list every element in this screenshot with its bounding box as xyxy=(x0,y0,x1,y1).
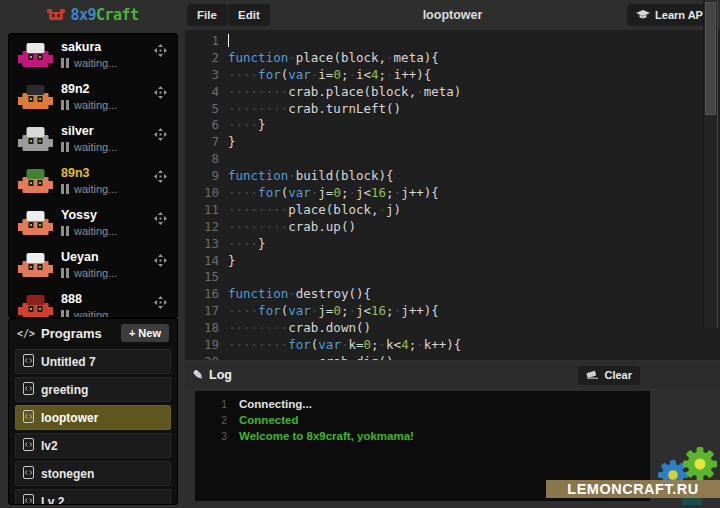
code-line: 14} xyxy=(185,253,720,270)
log-message: Connected xyxy=(239,412,298,428)
crab-avatar xyxy=(18,168,53,199)
code-text: ············crab.dig() xyxy=(228,354,394,360)
editor-scrollbar-thumb[interactable] xyxy=(705,2,716,115)
line-number: 17 xyxy=(185,303,228,320)
program-item[interactable]: l v 2 xyxy=(15,489,171,505)
move-player-icon[interactable] xyxy=(154,43,167,61)
player-row[interactable]: Yossy waiting... xyxy=(9,202,177,244)
player-status: waiting... xyxy=(61,141,117,153)
crab-avatar xyxy=(18,252,53,283)
player-status: waiting... xyxy=(61,267,117,279)
program-item-label: greeting xyxy=(41,383,88,397)
program-item[interactable]: greeting xyxy=(15,377,171,402)
move-player-icon[interactable] xyxy=(154,253,167,271)
player-row[interactable]: sakura waiting... xyxy=(9,34,177,76)
code-text: ········crab.up() xyxy=(228,219,356,236)
code-line: 18········crab.down() xyxy=(185,320,720,337)
pause-icon xyxy=(61,310,69,318)
programs-header: </> Programs + New xyxy=(9,319,177,347)
clear-log-label: Clear xyxy=(604,369,632,381)
code-editor[interactable]: 12function·place(block,·meta){3····for(v… xyxy=(185,30,720,360)
move-player-icon[interactable] xyxy=(154,211,167,229)
line-number: 14 xyxy=(185,253,228,270)
move-player-icon[interactable] xyxy=(154,295,167,313)
player-row[interactable]: 89n3 waiting... xyxy=(9,160,177,202)
crab-avatar xyxy=(18,84,53,115)
code-line: 9function·build(block){ xyxy=(185,168,720,185)
code-line: 5········crab.turnLeft() xyxy=(185,101,720,118)
code-text: } xyxy=(228,253,236,270)
code-line: 15 xyxy=(185,269,720,286)
code-text: ····} xyxy=(228,117,266,134)
code-line: 13····} xyxy=(185,236,720,253)
log-header: ✎ Log Clear xyxy=(185,362,720,388)
watermark: LEMONCRAFT.RU xyxy=(546,480,720,498)
player-name: silver xyxy=(61,124,94,138)
graduation-cap-icon xyxy=(636,10,650,20)
code-line: 4········crab.place(block,·meta) xyxy=(185,84,720,101)
player-row[interactable]: 89n2 waiting... xyxy=(9,76,177,118)
program-item[interactable]: looptower xyxy=(15,405,171,430)
program-file-icon xyxy=(23,437,34,455)
line-number: 3 xyxy=(185,67,228,84)
player-name: sakura xyxy=(61,40,101,54)
learn-api-label: Learn API xyxy=(655,9,706,21)
program-item-label: looptower xyxy=(41,411,98,425)
new-program-button[interactable]: + New xyxy=(121,324,169,342)
program-item[interactable]: Untitled 7 xyxy=(15,349,171,374)
line-number: 8 xyxy=(185,151,228,168)
code-line: 6····} xyxy=(185,117,720,134)
app-logo: 8x9Craft xyxy=(0,0,185,30)
top-bar: 8x9Craft File Edit looptower Learn API xyxy=(0,0,720,30)
move-player-icon[interactable] xyxy=(154,127,167,145)
editor-scrollbar-track[interactable] xyxy=(703,1,718,328)
log-title: ✎ Log xyxy=(193,368,232,382)
log-line: 2Connected xyxy=(195,412,650,428)
player-name: 888 xyxy=(61,292,82,306)
program-item-label: stonegen xyxy=(41,467,94,481)
logo-text: 8x9Craft xyxy=(70,6,138,24)
code-line: 17····for(var·j=0;·j<16;·j++){ xyxy=(185,303,720,320)
pause-icon xyxy=(61,268,69,278)
player-status: waiting... xyxy=(61,309,117,318)
log-message: Welcome to 8x9craft, yokmama! xyxy=(239,428,414,444)
file-menu-button[interactable]: File xyxy=(187,4,227,26)
code-text: ········place(block,·j) xyxy=(228,202,401,219)
edit-menu-button[interactable]: Edit xyxy=(228,4,270,26)
player-row[interactable]: Ueyan waiting... xyxy=(9,244,177,286)
code-text: ····for(var·j=0;·j<16;·j++){ xyxy=(228,303,439,320)
log-line-number: 3 xyxy=(195,428,239,444)
player-row[interactable]: 888 waiting... xyxy=(9,286,177,318)
clear-log-button[interactable]: Clear xyxy=(578,366,640,385)
app-window: 8x9Craft File Edit looptower Learn API s… xyxy=(0,0,720,508)
eraser-icon xyxy=(586,370,599,380)
code-icon: </> xyxy=(17,328,35,339)
move-player-icon[interactable] xyxy=(154,85,167,103)
code-text: function·build(block){ xyxy=(228,168,394,185)
log-line: 3Welcome to 8x9craft, yokmama! xyxy=(195,428,650,444)
line-number: 20 xyxy=(185,354,228,360)
line-number: 16 xyxy=(185,286,228,303)
player-status: waiting... xyxy=(61,99,117,111)
line-number: 10 xyxy=(185,185,228,202)
player-row[interactable]: silver waiting... xyxy=(9,118,177,160)
program-file-icon xyxy=(23,409,34,427)
code-line: 10····for(var·j=0;·j<16;·j++){ xyxy=(185,185,720,202)
code-text: } xyxy=(228,134,236,151)
code-text: ····} xyxy=(228,236,266,253)
code-text: ········crab.down() xyxy=(228,320,371,337)
programs-panel: </> Programs + New Untitled 7 greeting l… xyxy=(8,318,178,505)
log-line-number: 2 xyxy=(195,412,239,428)
move-player-icon[interactable] xyxy=(154,169,167,187)
edit-log-icon: ✎ xyxy=(193,368,203,382)
program-item[interactable]: lv2 xyxy=(15,433,171,458)
line-number: 18 xyxy=(185,320,228,337)
line-number: 11 xyxy=(185,202,228,219)
learn-api-button[interactable]: Learn API xyxy=(627,4,715,26)
program-item[interactable]: stonegen xyxy=(15,461,171,486)
crab-logo-icon xyxy=(46,8,66,22)
log-message: Connecting... xyxy=(239,396,312,412)
program-file-icon xyxy=(23,465,34,483)
code-text: function·place(block,·meta){ xyxy=(228,50,439,67)
code-text: ····for(var·i=0;·i<4;·i++){ xyxy=(228,67,431,84)
